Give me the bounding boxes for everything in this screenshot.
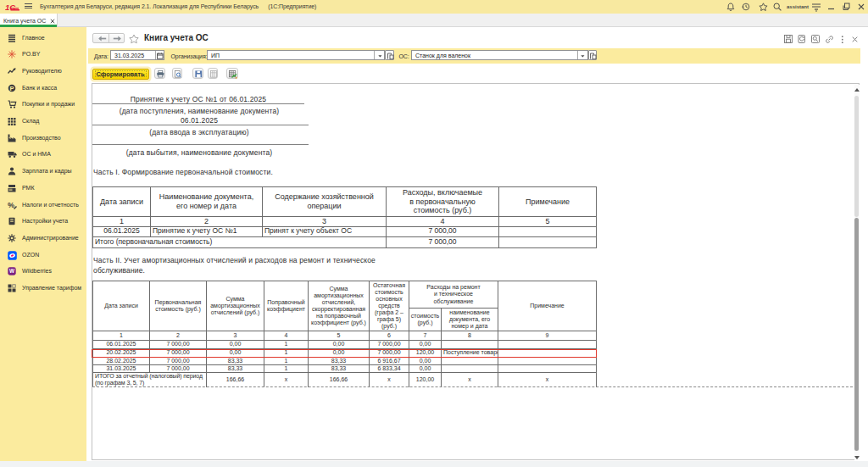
svg-text:P: P [9,84,14,92]
svg-text:W: W [9,269,15,275]
svg-text:%: % [8,201,14,209]
